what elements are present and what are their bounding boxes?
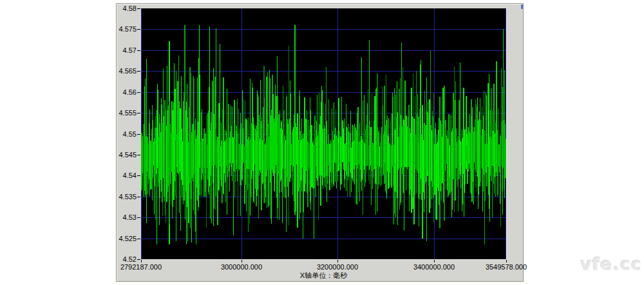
y-tick-label: 4.55	[117, 130, 137, 138]
x-tick-mark	[434, 260, 435, 262]
y-tick-label: 4.545	[117, 151, 137, 159]
y-tick-label: 4.525	[117, 235, 137, 242]
x-tick-mark	[506, 260, 507, 262]
x-tick-label: 3000000.000	[213, 263, 270, 271]
y-tick-mark	[137, 239, 140, 239]
y-tick-mark	[137, 50, 140, 51]
y-tick-label: 4.52	[117, 255, 137, 263]
y-tick-label: 4.53	[117, 213, 137, 221]
y-tick-mark	[137, 259, 140, 260]
x-tick-label: 3400000.000	[405, 263, 463, 271]
y-tick-label: 4.555	[117, 109, 137, 117]
chart-panel: 4.584.5754.574.5654.564.5554.554.5454.54…	[116, 3, 524, 282]
y-tick-mark	[137, 217, 140, 218]
y-tick-mark	[137, 8, 140, 9]
panel-corner-mark	[521, 5, 523, 9]
x-tick-label: 3200000.000	[308, 263, 366, 271]
y-tick-label: 4.535	[117, 193, 137, 201]
x-tick-label: 2792187.000	[112, 263, 170, 271]
y-tick-mark	[137, 134, 140, 135]
y-tick-label: 4.565	[117, 67, 137, 75]
x-tick-label: 3549578.000	[477, 263, 535, 271]
y-tick-mark	[137, 92, 140, 93]
y-tick-mark	[137, 113, 140, 113]
page: 4.584.5754.574.5654.564.5554.554.5454.54…	[0, 0, 644, 285]
x-tick-mark	[242, 260, 242, 262]
y-tick-label: 4.56	[117, 88, 137, 96]
signal-canvas	[141, 8, 506, 259]
y-tick-label: 4.58	[117, 5, 137, 12]
plot-area	[141, 8, 507, 260]
y-tick-label: 4.54	[117, 172, 137, 179]
x-axis-unit-label: X轴单位：毫秒	[141, 271, 506, 280]
y-tick-mark	[137, 197, 140, 197]
y-tick-label: 4.575	[117, 25, 137, 33]
y-tick-mark	[137, 29, 140, 30]
x-tick-mark	[337, 260, 338, 262]
y-tick-mark	[137, 175, 140, 176]
y-tick-mark	[137, 71, 140, 72]
y-tick-label: 4.57	[117, 46, 137, 54]
y-tick-mark	[137, 155, 140, 155]
watermark: vfe.cc	[580, 254, 642, 274]
x-tick-mark	[141, 260, 142, 262]
